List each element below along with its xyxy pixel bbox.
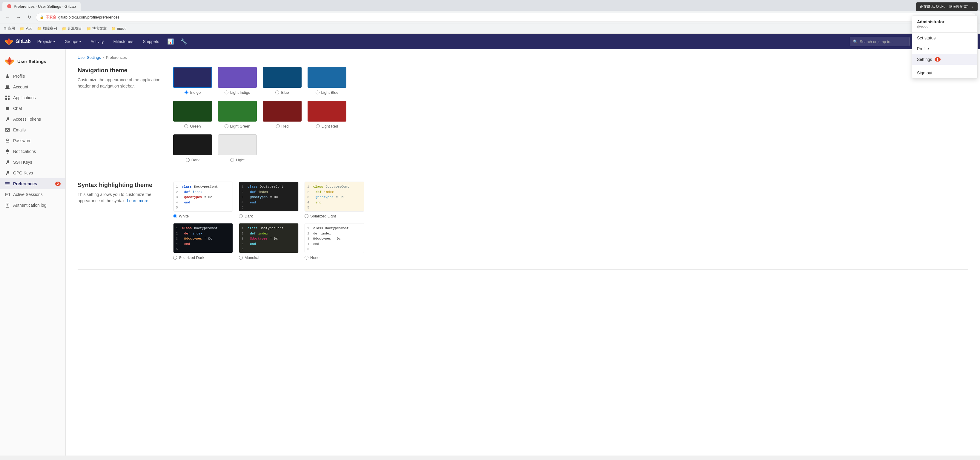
sidebar-item-chat[interactable]: Chat	[0, 103, 65, 114]
bookmark-fault[interactable]: 📁 故障案例	[37, 26, 57, 31]
syntax-solarized-light[interactable]: 1class DoctypesCont 2 def index 3 @docty…	[305, 181, 364, 218]
access-tokens-icon	[5, 116, 10, 122]
syntax-white[interactable]: 1class DoctypesCont 2 def index 3 @docty…	[173, 181, 233, 218]
syntax-theme-options: 1class DoctypesCont 2 def index 3 @docty…	[173, 181, 364, 260]
svg-rect-8	[6, 140, 9, 143]
syntax-monokai-label[interactable]: Monokai	[239, 255, 259, 260]
dropdown-set-status[interactable]: Set status	[912, 33, 977, 43]
sidebar-item-auth-log[interactable]: Authentication log	[0, 200, 65, 210]
light-red-label[interactable]: Light Red	[316, 124, 338, 129]
syntax-dark[interactable]: 1class DoctypesCont 2 def index 3 @docty…	[239, 181, 299, 218]
sidebar-item-notifications[interactable]: Notifications	[0, 146, 65, 157]
red-radio[interactable]	[276, 124, 280, 128]
syntax-solarized-label[interactable]: Solarized Light	[305, 214, 336, 218]
syntax-monokai[interactable]: 1class DoctypesCont 2 def index 3 @docty…	[239, 223, 299, 260]
browser-chrome: Preferences · User Settings · GitLab ← →…	[0, 0, 980, 34]
dropdown-profile[interactable]: Profile	[912, 43, 977, 54]
syntax-white-radio[interactable]	[173, 214, 177, 218]
browser-tab-active[interactable]: Preferences · User Settings · GitLab	[2, 2, 81, 11]
syntax-solarized-radio[interactable]	[305, 214, 309, 218]
green-radio[interactable]	[184, 124, 188, 128]
folder-icon-mac: 📁	[20, 27, 24, 31]
light-label[interactable]: Light	[230, 158, 244, 162]
blue-label[interactable]: Blue	[275, 90, 289, 95]
light-blue-label[interactable]: Light Blue	[316, 90, 339, 95]
syntax-solarized-dark-radio[interactable]	[173, 256, 177, 259]
forward-button[interactable]: →	[14, 13, 23, 22]
theme-green[interactable]: Green	[173, 101, 212, 129]
light-indigo-radio[interactable]	[224, 91, 228, 94]
sidebar-item-access-tokens[interactable]: Access Tokens	[0, 114, 65, 124]
svg-point-2	[8, 86, 9, 87]
red-label[interactable]: Red	[276, 124, 289, 129]
syntax-white-label[interactable]: White	[173, 214, 189, 218]
light-indigo-label[interactable]: Light Indigo	[224, 90, 250, 95]
theme-light-indigo[interactable]: Light Indigo	[218, 67, 257, 95]
sidebar-item-applications[interactable]: Applications	[0, 92, 65, 103]
sidebar-item-password[interactable]: Password	[0, 135, 65, 146]
sidebar-item-emails[interactable]: Emails	[0, 124, 65, 135]
syntax-none-label[interactable]: None	[305, 255, 320, 260]
sidebar-item-account[interactable]: Account	[0, 81, 65, 92]
svg-rect-12	[5, 193, 10, 196]
navbar-projects[interactable]: Projects ▾	[34, 37, 58, 46]
gitlab-logo[interactable]: GitLab	[5, 37, 31, 46]
syntax-dark-radio[interactable]	[239, 214, 243, 218]
breadcrumb-parent[interactable]: User Settings	[78, 55, 101, 60]
dark-radio[interactable]	[186, 158, 189, 162]
sidebar-item-ssh-keys[interactable]: SSH Keys	[0, 157, 65, 167]
search-bar[interactable]: 🔍 Search or jump to...	[850, 37, 910, 46]
wrench-icon[interactable]: 🔧	[179, 37, 188, 46]
sidebar-item-profile[interactable]: Profile	[0, 71, 65, 81]
theme-indigo[interactable]: Indigo	[173, 67, 212, 95]
theme-blue[interactable]: Blue	[263, 67, 302, 95]
theme-light-green[interactable]: Light Green	[218, 101, 257, 129]
bookmark-music[interactable]: 📁 music	[111, 27, 126, 31]
sidebar-item-active-sessions[interactable]: Active Sessions	[0, 189, 65, 200]
light-blue-swatch-color	[307, 67, 346, 88]
navbar-groups[interactable]: Groups ▾	[62, 37, 84, 46]
syntax-dark-label[interactable]: Dark	[239, 214, 253, 218]
groups-chevron-icon: ▾	[80, 40, 81, 43]
light-green-label[interactable]: Light Green	[224, 124, 251, 129]
dropdown-sign-out[interactable]: Sign out	[912, 67, 977, 78]
address-bar[interactable]: 🔒 不安全 gitlab.oldxu.com/profile/preferenc…	[36, 13, 977, 22]
navbar-snippets[interactable]: Snippets	[140, 37, 162, 46]
tab-favicon	[7, 4, 11, 8]
light-red-radio[interactable]	[316, 124, 320, 128]
gpg-keys-icon	[5, 170, 10, 176]
syntax-none-radio[interactable]	[305, 256, 309, 259]
syntax-none[interactable]: 1class DoctypesCont 2 def index 3 @docty…	[305, 223, 364, 260]
theme-light[interactable]: Light	[218, 134, 257, 162]
sidebar-item-preferences[interactable]: Preferences 2	[0, 178, 65, 189]
auth-log-icon	[5, 202, 10, 208]
green-label[interactable]: Green	[184, 124, 200, 129]
theme-dark[interactable]: Dark	[173, 134, 212, 162]
refresh-button[interactable]: ↻	[25, 13, 33, 22]
indigo-radio[interactable]	[185, 91, 188, 94]
back-button[interactable]: ←	[3, 13, 12, 22]
indigo-label[interactable]: Indigo	[185, 90, 200, 95]
bookmark-apps[interactable]: ⊞ 应用	[3, 26, 15, 31]
syntax-solarized-dark-label[interactable]: Solarized Dark	[173, 255, 204, 260]
navbar-activity[interactable]: Activity	[88, 37, 107, 46]
dropdown-settings[interactable]: Settings 1	[912, 54, 977, 65]
theme-light-red[interactable]: Light Red	[307, 101, 346, 129]
navbar-milestones[interactable]: Milestones	[110, 37, 137, 46]
sidebar-item-gpg-keys[interactable]: GPG Keys	[0, 167, 65, 178]
svg-rect-5	[5, 98, 7, 100]
dark-label[interactable]: Dark	[186, 158, 199, 162]
bookmark-blog[interactable]: 📁 博客文章	[87, 26, 107, 31]
bookmark-mac[interactable]: 📁 Mac	[20, 27, 32, 31]
light-green-radio[interactable]	[224, 124, 228, 128]
syntax-monokai-radio[interactable]	[239, 256, 243, 259]
syntax-learn-more-link[interactable]: Learn more	[127, 198, 148, 203]
chart-icon[interactable]: 📊	[166, 37, 175, 46]
bookmark-opensource[interactable]: 📁 开源项目	[62, 26, 82, 31]
theme-red[interactable]: Red	[263, 101, 302, 129]
blue-radio[interactable]	[275, 91, 279, 94]
theme-light-blue[interactable]: Light Blue	[307, 67, 346, 95]
light-radio[interactable]	[230, 158, 234, 162]
syntax-solarized-dark[interactable]: 1class DoctypesCont 2 def index 3 @docty…	[173, 223, 233, 260]
light-blue-radio[interactable]	[316, 91, 320, 94]
